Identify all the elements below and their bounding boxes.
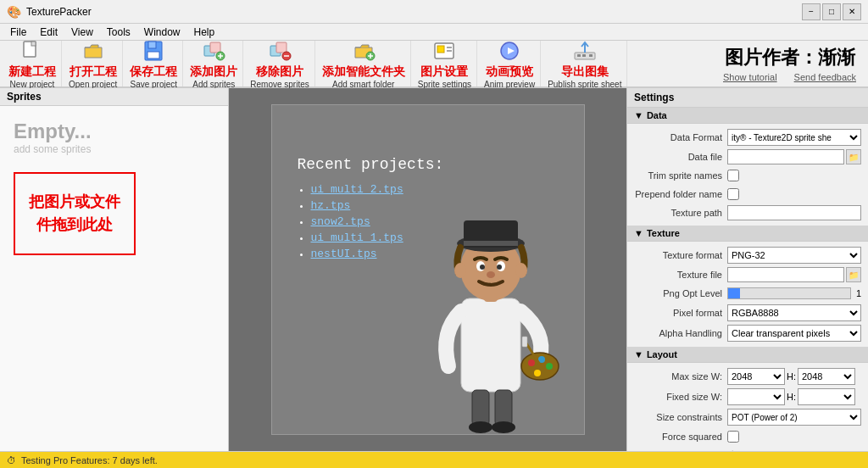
project-link-0[interactable]: ui_multi_2.tps	[311, 183, 403, 196]
new-project-button[interactable]: 新建工程 New project	[3, 41, 62, 86]
sprite-settings-icon	[432, 39, 456, 63]
canvas-panel: Recent projects: ui_multi_2.tps hz.tps s…	[229, 88, 626, 451]
app-icon: 🎨	[7, 5, 21, 19]
svg-rect-13	[437, 46, 444, 53]
data-format-select[interactable]: ity® - Texture2D sprite she	[727, 129, 861, 146]
close-button[interactable]: ✕	[843, 3, 861, 20]
texture-section-content: Texture format PNG-32 Texture file 📁 Png…	[627, 242, 868, 347]
svg-rect-20	[582, 54, 586, 57]
force-squared-row: Force squared	[627, 427, 868, 446]
svg-rect-31	[495, 390, 512, 426]
sprite-settings-button[interactable]: 图片设置 Sprite settings	[413, 41, 477, 86]
add-smart-folder-button[interactable]: 添加智能文件夹 Add smart folder	[317, 41, 411, 86]
fixed-size-w-select[interactable]	[727, 388, 785, 405]
main-area: Sprites Empty... add some sprites 把图片或文件…	[0, 88, 868, 451]
empty-label: Empty...	[14, 120, 92, 143]
data-section-content: Data Format ity® - Texture2D sprite she …	[627, 124, 868, 226]
maximize-button[interactable]: □	[822, 3, 841, 20]
png-opt-bar[interactable]	[727, 287, 851, 299]
data-file-folder-btn[interactable]: 📁	[846, 149, 861, 164]
texture-section-label: Texture	[647, 228, 680, 238]
texture-path-input[interactable]	[727, 205, 861, 220]
svg-point-44	[454, 263, 466, 278]
drop-text: 把图片或文件件拖到此处	[29, 191, 120, 237]
png-opt-label: Png Opt Level	[634, 288, 727, 298]
svg-rect-30	[472, 390, 489, 426]
texture-file-input[interactable]	[727, 267, 844, 282]
force-squared-checkbox[interactable]	[727, 431, 739, 443]
max-size-control: 2048 H: 2048	[727, 368, 861, 385]
trim-checkbox[interactable]	[727, 170, 739, 181]
fixed-size-h-select[interactable]	[798, 388, 855, 405]
send-feedback-label[interactable]: Send feedback	[794, 72, 856, 82]
svg-rect-6	[210, 42, 220, 53]
texture-format-select[interactable]: PNG-32	[727, 247, 861, 264]
publish-button[interactable]: 导出图集 Publish sprite sheet	[542, 41, 627, 86]
svg-rect-38	[464, 241, 518, 246]
data-section-header[interactable]: ▼ Data	[627, 108, 868, 124]
max-size-h-label: H:	[787, 371, 796, 382]
drop-zone[interactable]: 把图片或文件件拖到此处	[14, 172, 136, 255]
max-size-w-select[interactable]: 2048	[727, 368, 785, 385]
svg-rect-19	[577, 54, 581, 57]
anim-preview-button[interactable]: 动画预览 Anim preview	[479, 41, 541, 86]
save-project-button[interactable]: 保存工程 Save project	[125, 41, 183, 86]
title-text: TexturePacker	[26, 6, 802, 18]
add-cn-label: 添加图片	[190, 64, 237, 80]
sprite-cn-label: 图片设置	[420, 64, 468, 80]
pixel-format-label: Pixel format	[634, 308, 727, 318]
size-constraints-control: POT (Power of 2)	[727, 409, 861, 426]
minimize-button[interactable]: −	[802, 3, 821, 20]
project-link-1[interactable]: hz.tps	[311, 199, 351, 212]
layout-section-header[interactable]: ▼ Layout	[627, 347, 868, 363]
anim-en-label: Anim preview	[484, 80, 535, 89]
pixel-format-select[interactable]: RGBA8888	[727, 304, 861, 321]
show-tutorial-label[interactable]: Show tutorial	[723, 72, 777, 82]
texture-file-label: Texture file	[634, 270, 727, 280]
prepend-label: Prepend folder name	[634, 189, 727, 199]
prepend-checkbox[interactable]	[727, 188, 739, 200]
project-link-4[interactable]: nestUI.tps	[311, 248, 377, 260]
titlebar: 🎨 TexturePacker − □ ✕	[0, 0, 868, 24]
painter-character	[415, 163, 567, 434]
scaling-variants-label: Scaling variants	[634, 450, 727, 451]
data-file-input[interactable]	[727, 149, 844, 164]
force-squared-control	[727, 431, 861, 443]
add-smart-folder-icon	[352, 39, 376, 63]
texture-file-folder-btn[interactable]: 📁	[846, 267, 861, 282]
size-constraints-label: Size constraints	[634, 412, 727, 422]
project-link-3[interactable]: ui_multi_1.tps	[311, 231, 403, 244]
project-link-2[interactable]: snow2.tps	[311, 215, 370, 228]
max-size-h-select[interactable]: 2048	[798, 368, 855, 385]
scaling-gear-icon[interactable]: ⚙	[727, 448, 738, 451]
add-sprites-button[interactable]: 添加图片 Add sprites	[185, 41, 243, 86]
max-size-row: Max size W: 2048 H: 2048	[627, 366, 868, 387]
smart-en-label: Add smart folder	[332, 80, 394, 89]
remove-en-label: Remove sprites	[250, 80, 309, 89]
max-size-pair: 2048 H: 2048	[727, 368, 855, 385]
svg-point-45	[515, 263, 527, 278]
settings-title: Settings	[627, 88, 868, 108]
svg-point-32	[469, 421, 492, 433]
new-cn-label: 新建工程	[8, 64, 56, 80]
alpha-label: Alpha Handling	[634, 328, 727, 338]
sprite-panel: Sprites Empty... add some sprites 把图片或文件…	[0, 88, 229, 451]
fixed-size-label: Fixed size W:	[634, 392, 727, 402]
texture-section-header[interactable]: ▼ Texture	[627, 226, 868, 242]
author-area: 图片作者：渐渐 Show tutorial Send feedback	[715, 41, 865, 86]
remove-sprites-button[interactable]: 移除图片 Remove sprites	[245, 41, 314, 86]
menu-window[interactable]: Window	[137, 25, 187, 40]
open-project-button[interactable]: 打开工程 Open project	[64, 41, 123, 86]
menu-tools[interactable]: Tools	[100, 25, 137, 40]
menu-help[interactable]: Help	[187, 25, 222, 40]
size-constraints-select[interactable]: POT (Power of 2)	[727, 409, 861, 426]
menu-edit[interactable]: Edit	[33, 25, 64, 40]
svg-rect-21	[589, 54, 593, 57]
alpha-select[interactable]: Clear transparent pixels	[727, 325, 861, 342]
toolbar: 新建工程 New project 打开工程 Open project 保存工程 …	[0, 41, 868, 88]
alpha-row: Alpha Handling Clear transparent pixels	[627, 323, 868, 343]
menu-file[interactable]: File	[3, 25, 33, 40]
menu-view[interactable]: View	[64, 25, 100, 40]
png-opt-control: 1	[727, 287, 861, 299]
publish-icon	[573, 39, 597, 63]
